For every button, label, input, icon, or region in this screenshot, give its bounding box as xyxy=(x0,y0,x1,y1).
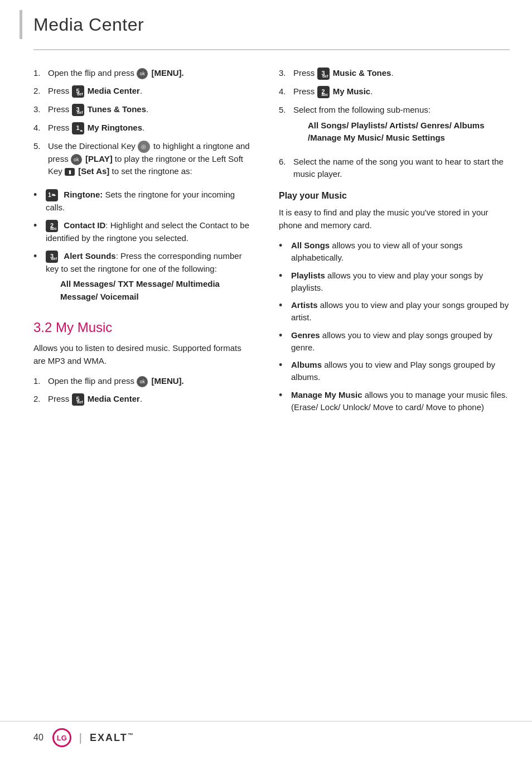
step-num: 3. xyxy=(279,67,293,80)
step-r4: 4. Press 2abc My Music. xyxy=(279,85,510,98)
step-num: 4. xyxy=(33,122,48,134)
step-content: Press 1❧ My Ringtones. xyxy=(48,122,251,134)
step-content: Press 5def Media Center. xyxy=(48,393,251,406)
bullet-dot: • xyxy=(33,187,46,202)
steps-list-left-2: 1. Open the flip and press ok [MENU]. 2.… xyxy=(33,375,251,406)
icon-3b: 3def xyxy=(46,251,58,263)
bullet-dot: • xyxy=(33,249,46,263)
ringtone-options-list: • 1❧ Ringtone: Sets the ringtone for you… xyxy=(33,189,251,309)
bullet-all-songs: • All Songs allows you to view all of yo… xyxy=(279,239,510,264)
step-4: 4. Press 1❧ My Ringtones. xyxy=(33,122,251,134)
bullet-content: Genres allows you to view and play songs… xyxy=(291,329,510,354)
step-mymusic-2: 2. Press 5def Media Center. xyxy=(33,393,251,406)
bullet-contact-id: • 2abc Contact ID: Highlight and select … xyxy=(33,219,251,244)
exalt-brand: EXALT™ xyxy=(90,732,134,744)
bullet-content: Playlists allows you to view and play yo… xyxy=(291,270,510,294)
bullet-content: 2abc Contact ID: Highlight and select th… xyxy=(46,219,251,244)
page-number: 40 xyxy=(33,733,43,743)
submenu-list: All Songs/ Playlists/ Artists/ Genres/ A… xyxy=(308,119,510,145)
step-content: Press 5def Media Center. xyxy=(48,85,251,98)
section-32-intro: Allows you to listen to desired music. S… xyxy=(33,342,251,367)
bullet-content: Manage My Music allows you to manage you… xyxy=(291,389,510,413)
bullet-albums: • Albums allows you to view and Play son… xyxy=(279,359,510,383)
step-num: 4. xyxy=(279,85,293,98)
footer: 40 LG | EXALT™ xyxy=(0,721,532,754)
bullet-content: Artists allows you to view and play your… xyxy=(291,299,510,324)
icon-5b: 5def xyxy=(72,393,84,406)
step-mymusic-1: 1. Open the flip and press ok [MENU]. xyxy=(33,375,251,387)
bullet-content: All Songs allows you to view all of your… xyxy=(291,239,510,264)
lg-circle-icon: LG xyxy=(52,728,71,747)
step-r3: 3. Press 3def Music & Tones. xyxy=(279,67,510,80)
bullet-content: 1❧ Ringtone: Sets the ringtone for your … xyxy=(46,189,251,214)
lg-logo: LG xyxy=(52,728,71,747)
step-3: 3. Press 3def Tunes & Tones. xyxy=(33,103,251,116)
bullet-alert-sounds: • 3def Alert Sounds: Press the correspon… xyxy=(33,250,251,309)
step-num: 6. xyxy=(279,156,293,180)
step-content: Use the Directional Key ◎ to highlight a… xyxy=(48,140,251,177)
right-column: 3. Press 3def Music & Tones. 4. Press 2a… xyxy=(268,67,510,424)
page-title: Media Center xyxy=(33,15,144,35)
bullet-content: Albums allows you to view and Play songs… xyxy=(291,359,510,383)
icon-2: 2abc xyxy=(46,220,58,232)
play-music-intro: It is easy to find and play the music yo… xyxy=(279,206,510,232)
step-num: 1. xyxy=(33,375,48,387)
music-categories-list: • All Songs allows you to view all of yo… xyxy=(279,239,510,413)
title-bar: Media Center xyxy=(33,0,510,50)
ok-icon: ok xyxy=(137,68,148,79)
trademark-symbol: ™ xyxy=(128,732,134,738)
bullet-ringtone: • 1❧ Ringtone: Sets the ringtone for you… xyxy=(33,189,251,214)
bullet-dot: • xyxy=(279,328,291,343)
step-r6: 6. Select the name of the song you want … xyxy=(279,156,510,180)
step-r5: 5. Select from the following sub-menus: … xyxy=(279,104,510,150)
icon-2r: 2abc xyxy=(317,86,330,98)
icon-1b: 1❧ xyxy=(46,189,58,201)
logo-separator: | xyxy=(79,732,82,744)
page-container: Media Center 1. Open the flip and press … xyxy=(0,0,532,765)
left-column: 1. Open the flip and press ok [MENU]. 2.… xyxy=(33,67,268,424)
bullet-dot: • xyxy=(279,388,291,402)
steps-list-right: 3. Press 3def Music & Tones. 4. Press 2a… xyxy=(279,67,510,180)
bullet-dot: • xyxy=(279,268,291,283)
step-content: Open the flip and press ok [MENU]. xyxy=(48,375,251,387)
step-1: 1. Open the flip and press ok [MENU]. xyxy=(33,67,251,79)
step-num: 3. xyxy=(33,103,48,116)
step-content: Select from the following sub-menus: All… xyxy=(293,104,510,150)
soft-key-icon: ▮ xyxy=(65,168,75,176)
step-num: 2. xyxy=(33,85,48,98)
icon-5: 5def xyxy=(72,85,84,98)
bullet-dot: • xyxy=(279,298,291,312)
section-32-heading: 3.2 My Music xyxy=(33,320,251,335)
icon-1: 1❧ xyxy=(72,122,84,134)
bullet-artists: • Artists allows you to view and play yo… xyxy=(279,299,510,324)
bullet-dot: • xyxy=(279,238,291,253)
bullet-genres: • Genres allows you to view and play son… xyxy=(279,329,510,354)
steps-list-left: 1. Open the flip and press ok [MENU]. 2.… xyxy=(33,67,251,177)
ok-icon-2: ok xyxy=(71,154,82,165)
step-num: 5. xyxy=(279,104,293,150)
icon-3r: 3def xyxy=(317,68,330,80)
bullet-dot: • xyxy=(279,358,291,372)
step-content: Select the name of the song you want to … xyxy=(293,156,510,180)
icon-3: 3def xyxy=(72,104,84,116)
ok-icon-3: ok xyxy=(137,376,148,387)
step-content: Press 3def Tunes & Tones. xyxy=(48,103,251,116)
step-content: Press 2abc My Music. xyxy=(293,85,510,98)
step-num: 5. xyxy=(33,140,48,177)
lg-text: LG xyxy=(57,734,67,742)
bullet-content: 3def Alert Sounds: Press the correspondi… xyxy=(46,250,251,309)
step-2: 2. Press 5def Media Center. xyxy=(33,85,251,98)
bullet-dot: • xyxy=(33,218,46,233)
step-content: Open the flip and press ok [MENU]. xyxy=(48,67,251,79)
content-columns: 1. Open the flip and press ok [MENU]. 2.… xyxy=(0,67,532,424)
step-5: 5. Use the Directional Key ◎ to highligh… xyxy=(33,140,251,177)
title-accent xyxy=(20,10,22,39)
footer-logo: LG | EXALT™ xyxy=(52,728,134,747)
play-music-heading: Play your Music xyxy=(279,191,510,201)
bullet-playlists: • Playlists allows you to view and play … xyxy=(279,270,510,294)
step-content: Press 3def Music & Tones. xyxy=(293,67,510,80)
step-num: 2. xyxy=(33,393,48,406)
nav-icon: ◎ xyxy=(138,141,150,153)
alert-sounds-sublist: All Messages/ TXT Message/ Multimedia Me… xyxy=(60,278,251,303)
step-num: 1. xyxy=(33,67,48,79)
